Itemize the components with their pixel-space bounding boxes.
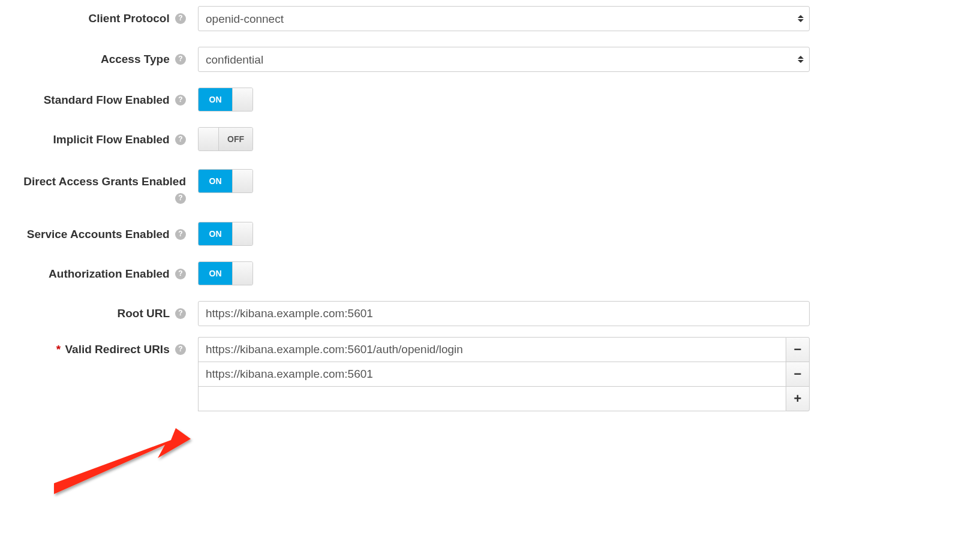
root-url-input[interactable] (198, 301, 810, 326)
help-icon[interactable]: ? (175, 95, 186, 106)
row-service-accounts: Service Accounts Enabled ? ON (12, 222, 956, 246)
help-icon[interactable]: ? (175, 193, 186, 204)
direct-access-toggle[interactable]: ON (198, 169, 253, 193)
help-icon[interactable]: ? (175, 134, 186, 145)
toggle-handle (232, 222, 252, 245)
row-access-type: Access Type ? confidential (12, 47, 956, 72)
row-standard-flow: Standard Flow Enabled ? ON (12, 88, 956, 112)
standard-flow-toggle[interactable]: ON (198, 88, 253, 112)
implicit-flow-toggle[interactable]: OFF (198, 127, 253, 151)
plus-icon: + (794, 391, 802, 407)
client-protocol-select-wrap: openid-connect (198, 6, 810, 31)
toggle-handle (232, 170, 252, 192)
redirect-uri-input[interactable] (198, 386, 786, 411)
label-implicit-flow: Implicit Flow Enabled ? (12, 127, 198, 148)
access-type-select[interactable]: confidential (198, 47, 810, 72)
redirect-uri-group: − − + (198, 337, 810, 411)
row-authorization: Authorization Enabled ? ON (12, 261, 956, 285)
label-text: Authorization Enabled (49, 267, 170, 280)
row-client-protocol: Client Protocol ? openid-connect (12, 6, 956, 31)
redirect-uri-input[interactable] (198, 362, 786, 387)
access-type-select-wrap: confidential (198, 47, 810, 72)
authorization-toggle[interactable]: ON (198, 261, 253, 285)
remove-uri-button[interactable]: − (786, 337, 810, 362)
row-valid-redirect-uris: * Valid Redirect URIs ? − − + (12, 337, 956, 411)
label-text: Standard Flow Enabled (44, 94, 170, 106)
help-icon[interactable]: ? (175, 269, 186, 279)
label-root-url: Root URL ? (12, 301, 198, 322)
toggle-handle (232, 88, 252, 111)
remove-uri-button[interactable]: − (786, 362, 810, 387)
label-authorization: Authorization Enabled ? (12, 261, 198, 282)
toggle-handle (199, 128, 219, 150)
help-icon[interactable]: ? (175, 344, 186, 355)
help-icon[interactable]: ? (175, 54, 186, 65)
redirect-uri-row: + (198, 386, 810, 411)
help-icon[interactable]: ? (175, 229, 186, 240)
label-text: Access Type (101, 53, 170, 65)
label-text: Direct Access Grants Enabled (23, 175, 186, 188)
help-icon[interactable]: ? (175, 13, 186, 24)
redirect-uri-row: − (198, 362, 810, 387)
toggle-on-label: ON (199, 170, 232, 192)
label-standard-flow: Standard Flow Enabled ? (12, 88, 198, 109)
add-uri-button[interactable]: + (786, 386, 810, 411)
label-access-type: Access Type ? (12, 47, 198, 68)
label-text: Root URL (117, 307, 169, 320)
label-text: Service Accounts Enabled (27, 228, 170, 240)
help-icon[interactable]: ? (175, 308, 186, 319)
required-marker: * (56, 343, 61, 356)
row-implicit-flow: Implicit Flow Enabled ? OFF (12, 127, 956, 153)
label-text: Implicit Flow Enabled (53, 133, 169, 146)
service-accounts-toggle[interactable]: ON (198, 222, 253, 246)
label-valid-redirect-uris: * Valid Redirect URIs ? (12, 337, 198, 358)
label-direct-access: Direct Access Grants Enabled ? (12, 169, 198, 206)
toggle-off-label: OFF (219, 128, 252, 150)
toggle-handle (232, 262, 252, 285)
minus-icon: − (794, 366, 802, 382)
label-service-accounts: Service Accounts Enabled ? (12, 222, 198, 243)
toggle-on-label: ON (199, 88, 232, 111)
annotation-arrow-icon (48, 416, 198, 432)
minus-icon: − (794, 342, 802, 357)
redirect-uri-input[interactable] (198, 337, 786, 362)
toggle-on-label: ON (199, 222, 232, 245)
label-text: Valid Redirect URIs (65, 343, 169, 356)
row-direct-access: Direct Access Grants Enabled ? ON (12, 169, 956, 206)
redirect-uri-row: − (198, 337, 810, 362)
row-root-url: Root URL ? (12, 301, 956, 326)
label-client-protocol: Client Protocol ? (12, 6, 198, 27)
label-text: Client Protocol (89, 12, 170, 25)
client-protocol-select[interactable]: openid-connect (198, 6, 810, 31)
toggle-on-label: ON (199, 262, 232, 285)
